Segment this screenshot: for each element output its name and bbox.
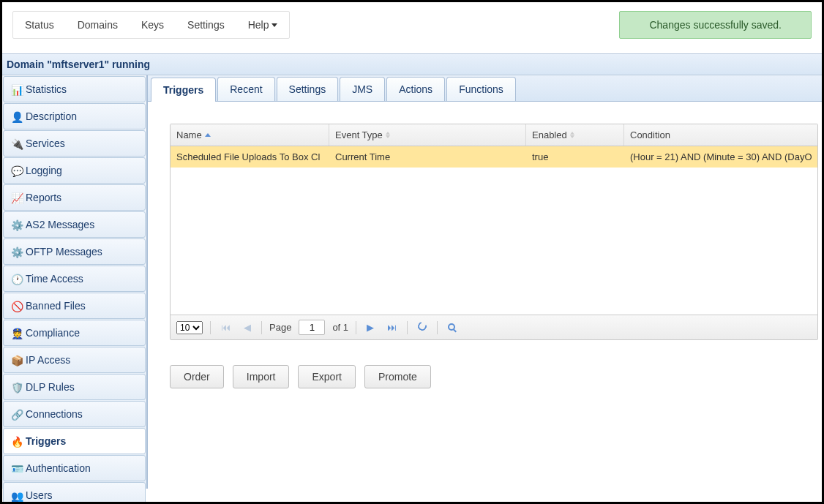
last-page-button[interactable]: ⏭ [384,322,400,333]
sidebar-item-connections[interactable]: 🔗Connections [3,401,146,427]
sidebar-item-users[interactable]: 👥Users [3,482,146,504]
sidebar-item-label: Time Access [26,273,83,285]
col-header-label: Enabled [532,129,567,140]
chevron-down-icon [271,23,277,27]
tabbar: Triggers Recent Settings JMS Actions Fun… [148,75,822,102]
import-button[interactable]: Import [233,365,290,388]
sidebar-item-dlp-rules[interactable]: 🛡️DLP Rules [3,374,146,400]
cell-condition: (Hour = 21) AND (Minute = 30) AND (DayO [624,146,817,168]
clock-icon: 🕐 [11,274,21,284]
chat-icon: 💬 [11,165,21,176]
nav-status[interactable]: Status [13,12,66,38]
sidebar-item-label: Banned Files [26,300,86,312]
nav-settings[interactable]: Settings [176,12,236,38]
sort-asc-icon [205,133,211,137]
sidebar-item-label: Description [26,110,77,122]
user-icon: 👮 [11,328,21,338]
sidebar-item-description[interactable]: 👤Description [3,103,146,129]
pager: 10 ⏮ ◀ Page of 1 ▶ ⏭ [171,315,817,339]
refresh-icon [416,320,428,332]
page-input[interactable] [299,320,325,335]
sidebar-item-reports[interactable]: 📈Reports [3,184,146,211]
first-page-button[interactable]: ⏮ [218,322,233,333]
gears-icon: ⚙️ [11,219,21,230]
flame-icon: 🔥 [11,436,21,446]
success-banner: Changes successfully saved. [619,11,812,39]
gears-icon: ⚙️ [11,247,21,257]
separator [261,321,262,334]
sidebar-item-label: AS2 Messages [26,219,94,230]
tab-recent[interactable]: Recent [217,77,274,101]
users-icon: 👥 [11,490,21,500]
sidebar: 📊Statistics 👤Description 🔌Services 💬Logg… [2,75,148,489]
person-icon: 👤 [11,111,21,121]
grid-header: Name Event Type Enabled Condition [171,124,817,146]
page-size-select[interactable]: 10 [176,321,203,334]
sidebar-item-label: Reports [26,192,61,203]
sidebar-item-authentication[interactable]: 🪪Authentication [3,455,146,481]
refresh-button[interactable] [415,322,430,333]
link-icon: 🔗 [11,409,21,419]
tab-settings[interactable]: Settings [277,77,339,101]
nav-keys[interactable]: Keys [130,12,176,38]
sidebar-item-label: Services [26,138,65,149]
col-header-condition[interactable]: Condition [624,124,817,146]
col-header-label: Event Type [335,129,383,140]
nav-domains[interactable]: Domains [66,12,130,38]
search-button[interactable] [445,322,458,333]
col-header-event-type[interactable]: Event Type [329,124,526,146]
separator [210,321,211,334]
nav-help[interactable]: Help [236,12,290,38]
next-page-button[interactable]: ▶ [364,322,377,333]
page-of-label: of 1 [332,322,348,333]
export-button[interactable]: Export [298,365,355,388]
cell-event-type: Current Time [329,146,526,168]
tab-triggers[interactable]: Triggers [151,78,216,102]
sidebar-item-triggers[interactable]: 🔥Triggers [3,428,146,454]
tab-functions[interactable]: Functions [446,77,516,101]
prev-page-button[interactable]: ◀ [241,322,254,333]
plug-icon: 🔌 [11,138,21,148]
ban-icon: 🚫 [11,301,21,311]
page-label: Page [269,322,291,333]
col-header-name[interactable]: Name [171,124,329,146]
sidebar-item-label: OFTP Messages [26,246,102,257]
box-icon: 📦 [11,355,21,365]
sort-icon [386,132,390,138]
cell-name: Scheduled File Uploads To Box Cl [171,146,329,168]
sidebar-item-ip-access[interactable]: 📦IP Access [3,347,146,373]
sidebar-item-label: Triggers [26,435,66,447]
separator [407,321,408,334]
sidebar-item-as2[interactable]: ⚙️AS2 Messages [3,211,146,238]
tab-jms[interactable]: JMS [340,77,385,101]
sidebar-item-compliance[interactable]: 👮Compliance [3,320,146,346]
action-buttons: Order Import Export Promote [170,365,822,388]
sidebar-item-label: Connections [26,408,83,420]
sidebar-item-time-access[interactable]: 🕐Time Access [3,266,146,292]
sidebar-item-statistics[interactable]: 📊Statistics [3,76,146,102]
sidebar-item-label: Compliance [26,327,80,339]
sidebar-item-label: Users [26,489,53,501]
nav-help-label: Help [248,19,269,31]
chart-icon: 📊 [11,84,21,94]
sidebar-item-logging[interactable]: 💬Logging [3,157,146,184]
sidebar-item-label: IP Access [26,354,70,366]
tab-actions[interactable]: Actions [386,77,445,101]
sidebar-item-banned-files[interactable]: 🚫Banned Files [3,293,146,319]
grid-body: Scheduled File Uploads To Box Cl Current… [171,146,817,315]
table-row[interactable]: Scheduled File Uploads To Box Cl Current… [171,146,817,168]
sidebar-item-label: Authentication [26,462,91,474]
sidebar-item-services[interactable]: 🔌Services [3,130,146,157]
promote-button[interactable]: Promote [364,365,431,388]
sidebar-item-oftp[interactable]: ⚙️OFTP Messages [3,238,146,265]
sidebar-item-label: DLP Rules [26,381,75,393]
order-button[interactable]: Order [170,365,224,388]
col-header-enabled[interactable]: Enabled [526,124,624,146]
sidebar-item-label: Statistics [26,83,67,95]
cell-enabled: true [526,146,624,168]
shield-icon: 🛡️ [11,382,21,392]
bars-icon: 📈 [11,192,21,203]
col-header-label: Condition [630,129,670,140]
separator [437,321,438,334]
col-header-label: Name [176,129,202,140]
